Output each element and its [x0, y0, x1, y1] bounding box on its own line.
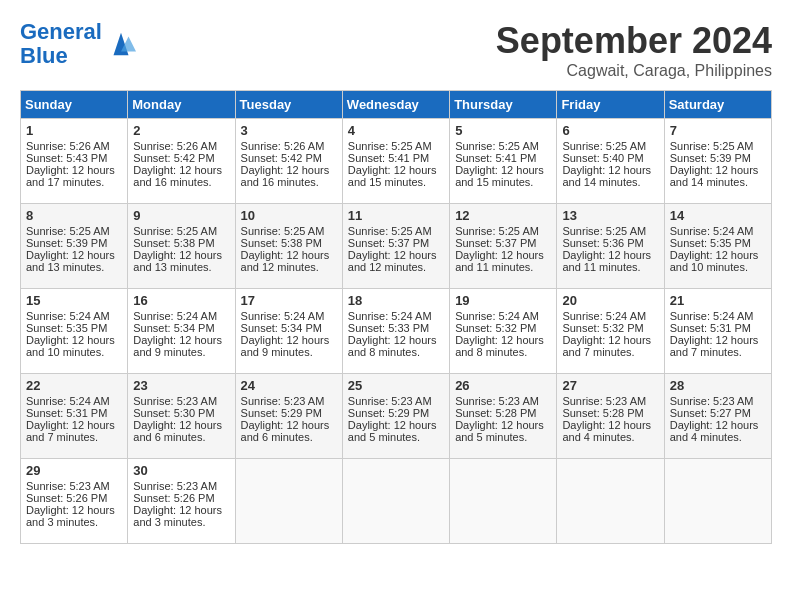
day-number: 28	[670, 378, 766, 393]
weekday-header-sunday: Sunday	[21, 91, 128, 119]
day-info: and 12 minutes.	[241, 261, 337, 273]
calendar-cell: 18Sunrise: 5:24 AMSunset: 5:33 PMDayligh…	[342, 289, 449, 374]
day-info: Daylight: 12 hours	[670, 249, 766, 261]
day-info: Sunset: 5:43 PM	[26, 152, 122, 164]
calendar-cell: 22Sunrise: 5:24 AMSunset: 5:31 PMDayligh…	[21, 374, 128, 459]
day-info: Sunrise: 5:25 AM	[241, 225, 337, 237]
day-info: Daylight: 12 hours	[562, 334, 658, 346]
day-number: 25	[348, 378, 444, 393]
calendar-cell: 30Sunrise: 5:23 AMSunset: 5:26 PMDayligh…	[128, 459, 235, 544]
day-info: Daylight: 12 hours	[133, 334, 229, 346]
day-info: Daylight: 12 hours	[241, 249, 337, 261]
month-year-title: September 2024	[496, 20, 772, 62]
day-info: Daylight: 12 hours	[26, 249, 122, 261]
day-number: 9	[133, 208, 229, 223]
calendar-cell: 10Sunrise: 5:25 AMSunset: 5:38 PMDayligh…	[235, 204, 342, 289]
day-info: and 14 minutes.	[670, 176, 766, 188]
day-info: Daylight: 12 hours	[241, 334, 337, 346]
day-info: Daylight: 12 hours	[133, 249, 229, 261]
day-info: Sunrise: 5:23 AM	[133, 480, 229, 492]
day-info: and 16 minutes.	[133, 176, 229, 188]
day-info: Sunrise: 5:25 AM	[348, 225, 444, 237]
day-number: 30	[133, 463, 229, 478]
day-number: 20	[562, 293, 658, 308]
day-info: Sunrise: 5:23 AM	[348, 395, 444, 407]
day-info: Daylight: 12 hours	[348, 419, 444, 431]
day-info: and 5 minutes.	[348, 431, 444, 443]
day-number: 17	[241, 293, 337, 308]
day-number: 5	[455, 123, 551, 138]
day-info: Sunrise: 5:23 AM	[562, 395, 658, 407]
calendar-cell: 23Sunrise: 5:23 AMSunset: 5:30 PMDayligh…	[128, 374, 235, 459]
calendar-cell	[235, 459, 342, 544]
calendar-cell: 12Sunrise: 5:25 AMSunset: 5:37 PMDayligh…	[450, 204, 557, 289]
day-info: and 7 minutes.	[562, 346, 658, 358]
logo-icon	[106, 29, 136, 59]
day-number: 12	[455, 208, 551, 223]
day-info: Sunset: 5:29 PM	[241, 407, 337, 419]
calendar-cell: 7Sunrise: 5:25 AMSunset: 5:39 PMDaylight…	[664, 119, 771, 204]
day-info: and 8 minutes.	[455, 346, 551, 358]
day-info: Sunset: 5:41 PM	[455, 152, 551, 164]
day-info: Sunset: 5:33 PM	[348, 322, 444, 334]
day-info: Daylight: 12 hours	[670, 164, 766, 176]
calendar-cell: 24Sunrise: 5:23 AMSunset: 5:29 PMDayligh…	[235, 374, 342, 459]
day-info: Daylight: 12 hours	[562, 164, 658, 176]
calendar-cell: 6Sunrise: 5:25 AMSunset: 5:40 PMDaylight…	[557, 119, 664, 204]
day-info: Daylight: 12 hours	[133, 419, 229, 431]
day-info: Daylight: 12 hours	[26, 334, 122, 346]
calendar-week-row: 8Sunrise: 5:25 AMSunset: 5:39 PMDaylight…	[21, 204, 772, 289]
calendar-cell	[342, 459, 449, 544]
day-number: 26	[455, 378, 551, 393]
calendar-cell: 25Sunrise: 5:23 AMSunset: 5:29 PMDayligh…	[342, 374, 449, 459]
calendar-cell: 29Sunrise: 5:23 AMSunset: 5:26 PMDayligh…	[21, 459, 128, 544]
day-info: and 6 minutes.	[241, 431, 337, 443]
day-info: Sunset: 5:27 PM	[670, 407, 766, 419]
day-info: and 10 minutes.	[26, 346, 122, 358]
day-info: Sunset: 5:28 PM	[562, 407, 658, 419]
day-number: 24	[241, 378, 337, 393]
day-info: Daylight: 12 hours	[348, 164, 444, 176]
day-info: Sunset: 5:34 PM	[241, 322, 337, 334]
calendar-table: SundayMondayTuesdayWednesdayThursdayFrid…	[20, 90, 772, 544]
day-info: Sunset: 5:32 PM	[562, 322, 658, 334]
day-info: Daylight: 12 hours	[455, 249, 551, 261]
day-info: Daylight: 12 hours	[26, 504, 122, 516]
day-info: Sunrise: 5:26 AM	[133, 140, 229, 152]
day-info: and 13 minutes.	[26, 261, 122, 273]
day-info: Sunset: 5:37 PM	[348, 237, 444, 249]
calendar-cell: 20Sunrise: 5:24 AMSunset: 5:32 PMDayligh…	[557, 289, 664, 374]
day-info: and 13 minutes.	[133, 261, 229, 273]
day-info: Sunset: 5:35 PM	[670, 237, 766, 249]
day-info: and 8 minutes.	[348, 346, 444, 358]
day-number: 22	[26, 378, 122, 393]
calendar-week-row: 1Sunrise: 5:26 AMSunset: 5:43 PMDaylight…	[21, 119, 772, 204]
day-info: Sunset: 5:42 PM	[133, 152, 229, 164]
day-number: 23	[133, 378, 229, 393]
calendar-cell: 26Sunrise: 5:23 AMSunset: 5:28 PMDayligh…	[450, 374, 557, 459]
logo-blue: Blue	[20, 43, 68, 68]
location-subtitle: Cagwait, Caraga, Philippines	[496, 62, 772, 80]
day-info: Sunset: 5:39 PM	[670, 152, 766, 164]
day-info: and 12 minutes.	[348, 261, 444, 273]
day-number: 21	[670, 293, 766, 308]
calendar-cell: 19Sunrise: 5:24 AMSunset: 5:32 PMDayligh…	[450, 289, 557, 374]
day-info: Sunset: 5:28 PM	[455, 407, 551, 419]
day-info: and 5 minutes.	[455, 431, 551, 443]
day-info: Sunrise: 5:23 AM	[241, 395, 337, 407]
day-info: Sunset: 5:37 PM	[455, 237, 551, 249]
page-header: General Blue September 2024 Cagwait, Car…	[20, 20, 772, 80]
day-number: 11	[348, 208, 444, 223]
day-info: Daylight: 12 hours	[562, 249, 658, 261]
day-info: Daylight: 12 hours	[133, 504, 229, 516]
day-info: Sunrise: 5:24 AM	[670, 310, 766, 322]
day-info: Sunrise: 5:24 AM	[26, 395, 122, 407]
day-info: Sunrise: 5:25 AM	[455, 140, 551, 152]
day-info: Sunrise: 5:24 AM	[133, 310, 229, 322]
calendar-cell: 28Sunrise: 5:23 AMSunset: 5:27 PMDayligh…	[664, 374, 771, 459]
day-info: and 17 minutes.	[26, 176, 122, 188]
weekday-header-wednesday: Wednesday	[342, 91, 449, 119]
calendar-cell: 4Sunrise: 5:25 AMSunset: 5:41 PMDaylight…	[342, 119, 449, 204]
day-info: Sunset: 5:39 PM	[26, 237, 122, 249]
day-info: Sunrise: 5:25 AM	[348, 140, 444, 152]
